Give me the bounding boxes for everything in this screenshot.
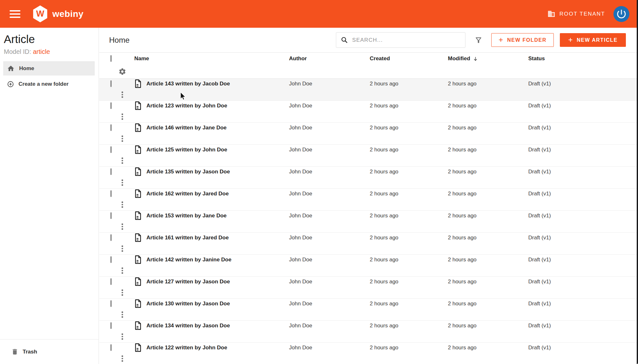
row-menu-button[interactable] [120,134,125,144]
entry-status: Draft (v1) [528,301,614,307]
row-menu-button[interactable] [120,288,125,298]
entry-created: 2 hours ago [370,323,448,329]
entry-name[interactable]: Article 161 written by Jared Doe [146,235,229,241]
table-row[interactable]: Article 143 written by Jacob Doe John Do… [99,79,638,101]
row-checkbox[interactable] [110,190,112,197]
entry-name[interactable]: Article 127 written by Jason Doe [146,279,230,285]
new-article-button[interactable]: + NEW ARTICLE [560,33,626,47]
row-checkbox[interactable] [110,124,112,131]
table-row[interactable]: Article 127 written by Jason Doe John Do… [99,277,638,299]
search-input[interactable] [352,37,461,43]
row-menu-button[interactable] [120,156,125,166]
table-row[interactable]: Article 161 written by Jared Doe John Do… [99,233,638,255]
row-checkbox[interactable] [110,344,112,351]
filter-button[interactable] [474,36,483,44]
row-menu-button[interactable] [120,222,125,232]
row-checkbox[interactable] [110,322,112,329]
column-header-created[interactable]: Created [370,55,448,62]
entry-name[interactable]: Article 134 written by Jason Doe [146,323,230,329]
entry-name[interactable]: Article 125 written by John Doe [146,147,227,153]
entry-status: Draft (v1) [528,169,614,175]
trash-label: Trash [23,349,37,355]
entry-status: Draft (v1) [528,345,614,351]
model-id: Model ID: article [4,48,95,55]
row-menu-button[interactable] [120,331,125,342]
column-header-status[interactable]: Status [528,55,614,62]
row-checkbox[interactable] [110,234,112,241]
entry-name[interactable]: Article 130 written by Jason Doe [146,301,230,307]
sidebar-item-create-folder[interactable]: Create a new folder [3,77,95,91]
column-header-modified[interactable]: Modified [448,55,528,62]
row-checkbox[interactable] [110,212,112,219]
row-menu-button[interactable] [120,266,125,276]
sidebar: Article Model ID: article Home Create a … [0,28,99,364]
document-icon [134,299,142,308]
row-menu-button[interactable] [120,353,125,364]
row-checkbox[interactable] [110,146,112,153]
sidebar-item-home[interactable]: Home [3,61,95,76]
entry-name[interactable]: Article 153 written by Jane Doe [146,213,226,219]
entry-modified: 2 hours ago [448,125,528,131]
column-header-name[interactable]: Name [134,55,289,62]
row-menu-button[interactable] [120,112,125,122]
row-menu-button[interactable] [120,200,125,210]
webiny-logo[interactable]: W webiny [33,5,84,22]
document-icon [134,101,142,110]
document-icon [134,233,142,242]
tenant-selector[interactable]: ROOT TENANT [547,10,605,18]
menu-icon[interactable] [10,10,20,18]
tenant-label: ROOT TENANT [560,11,605,17]
entry-name[interactable]: Article 122 written by John Doe [146,345,227,351]
search-icon [341,36,348,44]
window-right-edge[interactable] [637,0,638,364]
breadcrumb[interactable]: Home [109,36,130,45]
table-row[interactable]: Article 130 written by Jason Doe John Do… [99,299,638,321]
table-row[interactable]: Article 125 written by John Doe John Doe… [99,145,638,167]
entry-name[interactable]: Article 123 written by John Doe [146,103,227,109]
entry-created: 2 hours ago [370,213,448,219]
entry-name[interactable]: Article 143 written by Jacob Doe [146,81,230,87]
table-row[interactable]: Article 153 written by Jane Doe John Doe… [99,211,638,233]
row-menu-button[interactable] [120,244,125,254]
table-row[interactable]: Article 122 written by John Doe John Doe… [99,343,638,364]
row-checkbox[interactable] [110,168,112,175]
table-settings-button[interactable] [118,68,126,76]
document-icon [134,167,142,176]
select-all-checkbox[interactable] [110,55,112,62]
new-article-label: NEW ARTICLE [577,37,618,43]
row-checkbox[interactable] [110,102,112,109]
row-menu-button[interactable] [120,178,125,188]
document-icon [134,255,142,264]
entry-modified: 2 hours ago [448,301,528,307]
table-row[interactable]: Article 162 written by Jared Doe John Do… [99,189,638,211]
table-row[interactable]: Article 146 written by Jane Doe John Doe… [99,123,638,145]
new-folder-button[interactable]: + NEW FOLDER [491,33,554,47]
entry-name[interactable]: Article 162 written by Jared Doe [146,191,229,197]
user-avatar[interactable] [613,6,629,22]
entry-author: John Doe [289,323,370,329]
table-row[interactable]: Article 135 written by Jason Doe John Do… [99,167,638,189]
entry-status: Draft (v1) [528,125,614,131]
entry-created: 2 hours ago [370,125,448,131]
sidebar-item-label: Home [19,65,34,72]
row-checkbox[interactable] [110,300,112,307]
column-header-author[interactable]: Author [289,55,370,62]
entry-name[interactable]: Article 146 written by Jane Doe [146,125,226,131]
table-row[interactable]: Article 142 written by Janine Doe John D… [99,255,638,277]
toolbar: Home + NEW FOLDER + NEW ARTICLE [99,28,638,53]
table-row[interactable]: Article 123 written by John Doe John Doe… [99,101,638,123]
entry-name[interactable]: Article 135 written by Jason Doe [146,169,230,175]
table-row[interactable]: Article 134 written by Jason Doe John Do… [99,321,638,343]
row-menu-button[interactable] [120,90,125,100]
row-menu-button[interactable] [120,309,125,320]
home-icon [7,65,15,72]
row-checkbox[interactable] [110,278,112,285]
row-checkbox[interactable] [110,256,112,263]
filter-icon [474,36,483,44]
entry-modified: 2 hours ago [448,279,528,285]
entry-modified: 2 hours ago [448,323,528,329]
row-checkbox[interactable] [110,80,112,87]
entry-name[interactable]: Article 142 written by Janine Doe [146,257,231,263]
entry-created: 2 hours ago [370,81,448,87]
trash-button[interactable]: Trash [0,339,99,364]
